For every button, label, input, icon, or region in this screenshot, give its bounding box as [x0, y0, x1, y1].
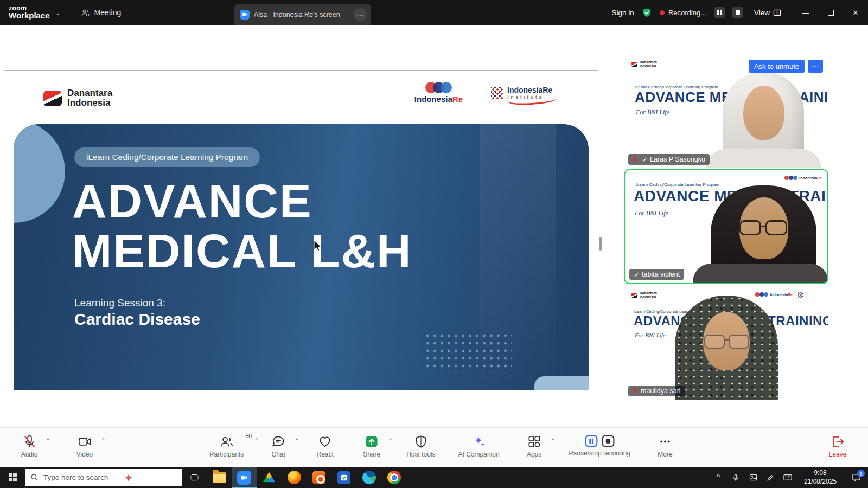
- shared-scrollbar[interactable]: [599, 237, 602, 251]
- zoom-meeting-window: zoom Workplace ⌄ Meeting Alsa - Indonesi…: [0, 0, 868, 488]
- tray-chevron-button[interactable]: ^: [710, 467, 727, 488]
- zoom-titlebar: zoom Workplace ⌄ Meeting Alsa - Indonesi…: [0, 0, 868, 25]
- participant-video-maulidya[interactable]: Danantara Indonesia IndonesiaRe iLearn C…: [624, 285, 828, 400]
- person-figure: [707, 72, 819, 168]
- workspace-chevron-down-icon[interactable]: ⌄: [55, 9, 61, 17]
- heart-icon: [318, 434, 333, 449]
- video-label: Video: [76, 451, 93, 458]
- participant-name-tag: maulidya sari: [628, 386, 685, 396]
- action-center-button[interactable]: 6: [844, 467, 868, 488]
- taskbar-firefox[interactable]: [282, 467, 307, 488]
- file-explorer-icon: [213, 472, 226, 483]
- participant-name: Laras P Sasongko: [650, 156, 705, 163]
- clock-time: 9:08: [796, 469, 844, 478]
- share-chevron-icon[interactable]: ^: [389, 438, 392, 443]
- task-view-button[interactable]: [182, 467, 207, 488]
- person-figure: [655, 296, 797, 400]
- slide-header: Danantara Indonesia IndonesiaRe Indo: [14, 74, 589, 124]
- taskbar-drive[interactable]: [257, 467, 282, 488]
- recording-dot-icon: [660, 10, 665, 15]
- participant-video-tabita-active-speaker[interactable]: iLearn Ceding/Corporate Learning Program…: [624, 169, 828, 284]
- more-label: More: [658, 451, 672, 458]
- chat-button[interactable]: Chat ^: [266, 434, 290, 458]
- chat-label: Chat: [271, 451, 285, 458]
- recording-stop-button[interactable]: [732, 7, 743, 18]
- chat-chevron-icon[interactable]: ^: [296, 438, 298, 443]
- ai-companion-button[interactable]: AI Companion: [458, 434, 500, 458]
- close-button[interactable]: ✕: [843, 0, 868, 25]
- record-label: Pause/stop recording: [569, 450, 630, 457]
- audio-button[interactable]: Audio ^: [17, 434, 41, 458]
- mini-danantara-logo: Danantara Indonesia: [631, 291, 657, 299]
- more-button[interactable]: More: [653, 434, 677, 458]
- apps-button[interactable]: Apps ^: [522, 434, 546, 458]
- audio-label: Audio: [21, 451, 38, 458]
- pause-stop-recording-button[interactable]: Pause/stop recording: [569, 434, 630, 457]
- indonesiare-logo: IndonesiaRe: [414, 82, 463, 104]
- start-button[interactable]: [0, 467, 25, 488]
- sign-in-button[interactable]: Sign in: [612, 9, 634, 17]
- participant-name-tag: tabita violent: [629, 269, 684, 280]
- video-button[interactable]: Video ^: [73, 434, 97, 458]
- mini-logo-line1: Danantara: [640, 291, 657, 295]
- participants-chevron-icon[interactable]: ^: [255, 438, 258, 443]
- danantara-logo-line1: Danantara: [67, 88, 112, 98]
- zoom-workplace-logo[interactable]: zoom Workplace: [9, 5, 50, 20]
- office-icon: [312, 471, 326, 484]
- clock-date: 21/08/2025: [796, 478, 844, 486]
- tile-more-options-button[interactable]: ⋯: [808, 60, 823, 73]
- search-input[interactable]: [43, 473, 119, 481]
- host-tools-button[interactable]: Host tools: [406, 434, 435, 458]
- chrome-icon: [387, 471, 401, 484]
- leave-button[interactable]: Leave: [826, 434, 850, 458]
- maximize-button[interactable]: [818, 0, 843, 25]
- session-title: Cardiac Disease: [74, 310, 200, 329]
- participants-button[interactable]: Participants 50 ^: [209, 434, 244, 458]
- minimize-button[interactable]: —: [793, 0, 818, 25]
- screen-share-tab-title: Alsa - Indonesia Re's screen: [254, 11, 349, 18]
- security-shield-icon[interactable]: [642, 8, 652, 18]
- tray-keyboard-button[interactable]: [779, 467, 796, 488]
- taskbar-edge[interactable]: [356, 467, 381, 488]
- shared-screen-slide: Danantara Indonesia IndonesiaRe Indo: [14, 74, 589, 390]
- indonesiare-re-text: Re: [452, 94, 463, 104]
- mini-danantara-mark-icon: [631, 293, 637, 298]
- taskbar-zoom-active[interactable]: [232, 467, 257, 488]
- taskbar-chrome[interactable]: [381, 467, 406, 488]
- tab-screen-share[interactable]: Alsa - Indonesia Re's screen ⋯: [234, 4, 371, 25]
- apps-grid-icon: [527, 434, 541, 449]
- taskbar-clock[interactable]: 9:08 21/08/2025: [796, 469, 844, 486]
- slide-title: ADVANCE MEDICAL L&H: [72, 176, 412, 276]
- recording-pause-button[interactable]: [714, 7, 725, 18]
- react-button[interactable]: React: [313, 434, 337, 458]
- institute-line1: IndonesiaRe: [507, 86, 552, 94]
- taskbar-file-explorer[interactable]: [207, 467, 232, 488]
- tab-meeting[interactable]: Meeting: [81, 8, 122, 17]
- mini-subtitle: For BNI Life: [635, 209, 668, 217]
- video-chevron-icon[interactable]: ^: [102, 438, 105, 443]
- participant-video-laras[interactable]: Danantara Indonesia iLearn Ceding/Corpor…: [624, 54, 828, 168]
- share-button[interactable]: Share ^: [360, 434, 384, 458]
- pause-recording-icon[interactable]: [584, 434, 598, 448]
- pin-icon: [633, 271, 639, 278]
- tray-pen-button[interactable]: [762, 467, 779, 488]
- more-dots-icon: [658, 434, 672, 449]
- indonesiare-institute-logo: IndonesiaRe Institute: [491, 86, 557, 105]
- touch-keyboard-icon: [783, 474, 792, 481]
- taskbar-office[interactable]: [307, 467, 331, 488]
- tray-mic-button[interactable]: [727, 467, 744, 488]
- taskbar-search[interactable]: [25, 469, 182, 486]
- zoom-toolbar: Audio ^ Video ^ Participants 50 ^ Chat ^: [0, 427, 868, 467]
- taskbar-todo[interactable]: [331, 467, 356, 488]
- shared-window-edge: [4, 70, 598, 71]
- ask-to-unmute-button[interactable]: Ask to unmute: [749, 60, 805, 73]
- stop-recording-icon[interactable]: [601, 434, 615, 448]
- meeting-tab-label: Meeting: [94, 8, 122, 17]
- tray-photos-button[interactable]: [744, 467, 762, 488]
- maximize-icon: [828, 10, 834, 16]
- mic-muted-icon: [22, 434, 37, 449]
- view-button[interactable]: View: [754, 9, 781, 17]
- tab-options-icon[interactable]: ⋯: [354, 8, 367, 21]
- audio-chevron-icon[interactable]: ^: [47, 438, 49, 443]
- apps-chevron-icon[interactable]: ^: [551, 438, 554, 443]
